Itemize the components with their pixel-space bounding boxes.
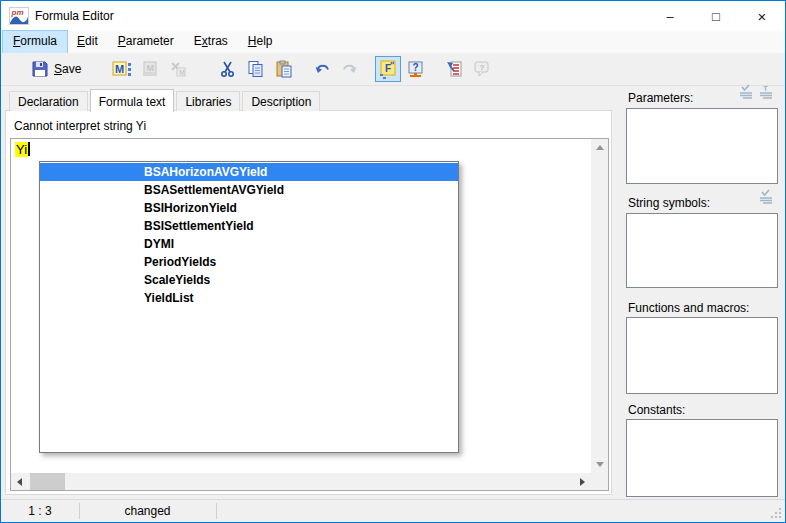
editor-text: Yi	[15, 142, 28, 157]
paste-button[interactable]	[271, 56, 297, 82]
horizontal-scroll-thumb[interactable]	[30, 473, 65, 490]
menu-help[interactable]: Help	[238, 31, 283, 53]
functions-listbox[interactable]	[626, 317, 778, 394]
svg-text:pm: pm	[11, 8, 24, 17]
functions-label: Functions and macros:	[628, 301, 749, 315]
minimize-button[interactable]: –	[647, 1, 693, 31]
cut-button[interactable]	[215, 56, 241, 82]
autocomplete-item[interactable]: BSAHorizonAVGYield	[40, 163, 458, 181]
autocomplete-item[interactable]: YieldList	[40, 289, 458, 307]
string-symbols-label: String symbols:	[628, 196, 710, 210]
editor-horizontal-scrollbar[interactable]	[11, 473, 591, 490]
menu-parameter[interactable]: Parameter	[108, 31, 184, 53]
delete-macro-button[interactable]: M	[165, 56, 191, 82]
maximize-button[interactable]: □	[693, 1, 739, 31]
autocomplete-popup: BSAHorizonAVGYield BSASettlementAVGYield…	[39, 161, 459, 453]
scroll-up-button[interactable]	[591, 139, 608, 156]
delete-macro-icon: M	[169, 60, 187, 78]
redo-button[interactable]	[337, 56, 363, 82]
context-help-button[interactable]: ?	[469, 56, 495, 82]
string-symbols-listbox[interactable]	[626, 213, 778, 288]
svg-text:?: ?	[480, 63, 485, 72]
autocomplete-item[interactable]: DYMI	[40, 235, 458, 253]
scroll-left-button[interactable]	[11, 473, 28, 490]
resize-grip[interactable]	[770, 507, 782, 519]
app-icon: pm	[9, 7, 29, 25]
close-button[interactable]: ×	[739, 1, 785, 31]
text-parameter-icon[interactable]: T	[758, 84, 774, 100]
text-caret	[28, 142, 30, 156]
undo-icon	[313, 60, 331, 78]
parameters-listbox[interactable]	[626, 108, 778, 184]
menubar: Formula Edit Parameter Extras Help	[1, 31, 785, 53]
edit-macro-icon: M	[141, 60, 159, 78]
titlebar: pm Formula Editor – □ ×	[1, 1, 785, 31]
syntax-check-icon: ?	[407, 60, 425, 78]
check-string-symbol-icon[interactable]	[758, 189, 774, 205]
editor-line: Yi	[15, 142, 30, 157]
tab-libraries[interactable]: Libraries	[176, 91, 240, 111]
svg-text:M: M	[115, 63, 124, 75]
undo-button[interactable]	[309, 56, 335, 82]
svg-text:M: M	[147, 63, 155, 73]
insert-macro-icon: M	[112, 60, 132, 78]
edit-macro-button[interactable]: M	[137, 56, 163, 82]
save-button[interactable]: Save	[27, 56, 85, 82]
autocomplete-item[interactable]: BSIHorizonYield	[40, 199, 458, 217]
tab-description[interactable]: Description	[242, 91, 320, 111]
menu-extras[interactable]: Extras	[184, 31, 238, 53]
function-check-icon: F "	[378, 59, 398, 79]
toolbar: Save M M M	[1, 53, 785, 86]
formula-editor-window: pm Formula Editor – □ × Formula Edit Par…	[0, 0, 786, 523]
constants-label: Constants:	[628, 403, 685, 417]
context-help-icon: ?	[473, 60, 491, 78]
scroll-down-button[interactable]	[591, 456, 608, 473]
constants-listbox[interactable]	[626, 419, 778, 497]
syntax-check-button[interactable]: ?	[403, 56, 429, 82]
scroll-right-button[interactable]	[574, 473, 591, 490]
window-title: Formula Editor	[35, 9, 114, 23]
menu-edit[interactable]: Edit	[67, 31, 108, 53]
check-parameter-icon[interactable]	[738, 84, 754, 100]
autocomplete-item[interactable]: PeriodYields	[40, 253, 458, 271]
paste-icon	[275, 60, 293, 78]
save-icon	[31, 60, 49, 78]
error-message: Cannot interpret string Yi	[14, 119, 146, 133]
insert-macro-button[interactable]: M	[109, 56, 135, 82]
status-cursor-position: 1 : 3	[1, 500, 79, 522]
autocomplete-item[interactable]: ScaleYields	[40, 271, 458, 289]
menu-formula[interactable]: Formula	[3, 31, 67, 53]
autocomplete-item[interactable]: BSASettlementAVGYield	[40, 181, 458, 199]
status-modified-state: changed	[79, 500, 216, 522]
redo-icon	[341, 60, 359, 78]
error-list-icon	[445, 60, 463, 78]
copy-icon	[247, 60, 265, 78]
svg-text:?: ?	[413, 62, 419, 73]
tab-formula-text[interactable]: Formula text	[90, 89, 175, 112]
save-label: Save	[54, 62, 81, 76]
editor-vertical-scrollbar[interactable]	[591, 139, 608, 473]
copy-button[interactable]	[243, 56, 269, 82]
function-check-button[interactable]: F "	[375, 56, 401, 82]
tabstrip: Declaration Formula text Libraries Descr…	[9, 89, 322, 111]
scrollbar-corner	[591, 473, 608, 490]
tab-declaration[interactable]: Declaration	[9, 91, 88, 111]
svg-text:": "	[390, 60, 394, 70]
cut-icon	[219, 60, 237, 78]
statusbar: 1 : 3 changed	[1, 499, 785, 522]
parameters-label: Parameters:	[628, 91, 693, 105]
error-list-button[interactable]	[441, 56, 467, 82]
svg-text:T: T	[763, 84, 768, 93]
svg-text:M: M	[179, 69, 185, 76]
autocomplete-item[interactable]: BSISettlementYield	[40, 217, 458, 235]
